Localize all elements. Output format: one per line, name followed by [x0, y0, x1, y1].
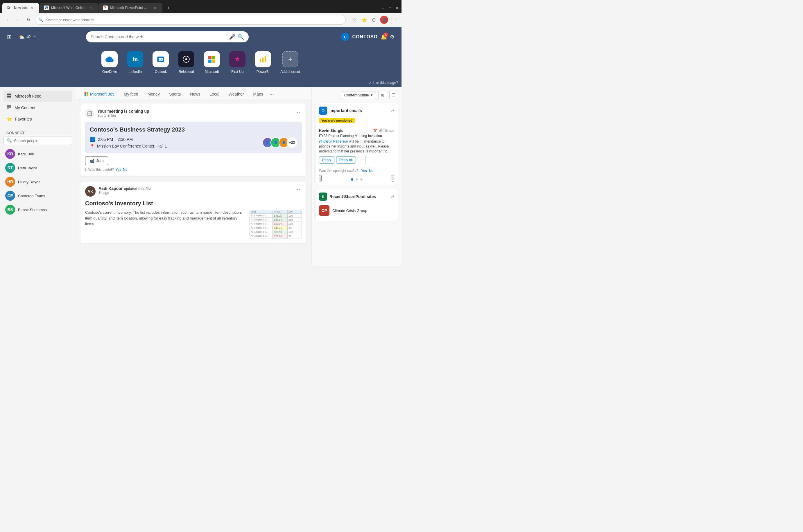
shortcut-onedrive[interactable]: OneDrive [101, 51, 118, 74]
mic-icon[interactable]: 🎤 [229, 34, 235, 40]
search-people-box[interactable]: 🔍 [3, 136, 72, 145]
new-tab-button[interactable]: + [164, 3, 173, 13]
shortcut-add[interactable]: + Add shortcut [280, 51, 300, 74]
email-time: 5h ago [384, 129, 394, 132]
url-bar[interactable]: 🔍 [35, 15, 346, 25]
person-kadji[interactable]: KB Kadji Bell [3, 148, 72, 160]
meeting-feedback: ℹ Was this useful? Yes No [85, 165, 302, 172]
email-preview: @Kristin Patterson will be in attendance… [319, 139, 394, 154]
maximize-button[interactable]: □ [388, 6, 392, 11]
back-button[interactable]: ‹ [3, 16, 12, 24]
svg-rect-11 [85, 92, 86, 94]
more-options-button[interactable]: ⋯ [390, 16, 398, 24]
account-sync-icon[interactable]: ⬡ [370, 16, 378, 24]
sidebar-item-feed[interactable]: Microsoft Feed [3, 91, 72, 102]
tab-sports[interactable]: Sports [165, 90, 185, 99]
outlook-icon: O [319, 107, 327, 115]
sidebar-item-favorites[interactable]: ⭐ Favorites [3, 114, 72, 124]
carousel-next[interactable]: › [392, 175, 394, 182]
person-babak[interactable]: BS Babak Shammas [3, 204, 72, 216]
like-image-button[interactable]: ↗ Like this image? [369, 81, 398, 85]
shortcut-linkedin[interactable]: in LinkedIn [127, 51, 143, 74]
close-window-button[interactable]: ✕ [394, 6, 399, 11]
email-expand-icon[interactable]: ↗ [391, 108, 394, 113]
sidebar-item-content[interactable]: My Content [3, 102, 72, 113]
feedback-no[interactable]: No [123, 168, 127, 172]
spotlight-no[interactable]: No [369, 169, 373, 173]
feed-more-button[interactable]: ··· [269, 91, 274, 97]
tab-word-close[interactable]: ✕ [88, 5, 93, 11]
tab-maps[interactable]: Maps [249, 90, 267, 99]
tab-money-label: Money [148, 92, 160, 96]
new-tab-page: ⊞ ⛅ 42°F 🎤 🔍 C CONTOSO 🔔 5 ⚙ [0, 27, 401, 266]
refresh-button[interactable]: ↻ [24, 16, 33, 24]
sharepoint-expand-icon[interactable]: ↗ [391, 194, 394, 199]
svg-rect-4 [260, 59, 261, 62]
notifications-button[interactable]: 🔔 5 [380, 34, 387, 40]
person-reta[interactable]: RT Reta Taylor [3, 162, 72, 174]
meeting-event-details: 🟦 2:05 PM – 2:30 PM 📍 Mission Bay Confer… [90, 136, 297, 148]
svg-rect-6 [265, 56, 266, 62]
minimize-button[interactable]: ─ [380, 6, 385, 11]
tab-word[interactable]: W Microsoft Word Online ✕ [39, 3, 98, 13]
email-panel-header: O Important emails ↗ [319, 107, 394, 115]
tab-weather[interactable]: Weather [225, 90, 248, 99]
spotlight-yes[interactable]: Yes [361, 169, 367, 173]
file-more-button[interactable]: ⋯ [297, 186, 302, 192]
reply-all-button[interactable]: Reply all [336, 156, 356, 164]
shortcut-outlook[interactable]: O Outlook [152, 51, 169, 74]
grid-view-button[interactable]: ⊞ [378, 91, 387, 99]
calendar-icon: 📅 [373, 129, 377, 133]
shortcut-powerbi[interactable]: PowerBI [255, 51, 271, 74]
person-cameron[interactable]: CE Cameron Evans [3, 190, 72, 202]
apps-grid-button[interactable]: ⊞ [7, 33, 12, 40]
like-image-text: Like this image? [373, 81, 398, 85]
temperature: 42°F [26, 34, 36, 39]
settings-button[interactable]: ⚙ [390, 34, 394, 40]
meeting-location-text: Mission Bay Conference Center, Hall 1 [97, 144, 167, 148]
url-input[interactable] [45, 18, 342, 22]
site-item-crisis[interactable]: CP Climate Crisis Group [319, 204, 394, 217]
tab-newtab[interactable]: 🗋 New tab ✕ [2, 3, 39, 13]
tab-news[interactable]: News [186, 90, 204, 99]
shortcut-firstup[interactable]: First Up [229, 51, 245, 74]
forward-button[interactable]: › [14, 16, 22, 24]
meeting-header: Your meeting is coming up Starts in 5m ⋯ [85, 109, 302, 118]
search-input[interactable] [91, 35, 226, 39]
search-submit-icon[interactable]: 🔍 [238, 34, 244, 40]
attendee-count: +23 [287, 137, 297, 148]
search-people-input[interactable] [14, 138, 69, 143]
reply-button[interactable]: Reply [319, 156, 334, 164]
favorites-icon[interactable]: ☆ [350, 16, 358, 24]
content-visible-label: Content visible [344, 93, 369, 97]
shortcut-relecloud[interactable]: Relecloud [178, 51, 194, 74]
carousel-prev[interactable]: ‹ [319, 175, 322, 182]
feed-content: Your meeting is coming up Starts in 5m ⋯… [76, 99, 312, 248]
tab-close[interactable]: ✕ [29, 5, 34, 11]
tab-ppt-close[interactable]: ✕ [152, 5, 158, 11]
tab-m365[interactable]: Microsoft 365 [80, 90, 118, 99]
list-view-button[interactable]: ☰ [389, 91, 398, 99]
tab-myfeed[interactable]: My feed [120, 90, 142, 99]
person-hillary[interactable]: HR Hillary Reyes [3, 176, 72, 188]
person-avatar-babak: BS [5, 205, 15, 215]
person-name-hillary: Hillary Reyes [18, 180, 40, 184]
meeting-more-button[interactable]: ⋯ [297, 109, 302, 115]
tab-money[interactable]: Money [144, 90, 164, 99]
site-icon-crisis: CP [319, 205, 330, 216]
shortcut-microsoft[interactable]: Microsoft [204, 51, 220, 74]
tab-ppt[interactable]: P Microsoft PowerPoint Online ✕ [98, 3, 163, 13]
content-visible-button[interactable]: Content visible ▾ [341, 91, 376, 99]
person-name-babak: Babak Shammas [18, 208, 47, 212]
search-bar[interactable]: 🎤 🔍 [86, 31, 249, 42]
collections-icon[interactable]: ⭐ [360, 16, 368, 24]
tab-local[interactable]: Local [205, 90, 223, 99]
person-name-reta: Reta Taylor [18, 166, 37, 170]
weather-widget[interactable]: ⛅ 42°F [19, 34, 36, 40]
profile-avatar[interactable]: 👤 [380, 16, 388, 24]
like-image-bar: ↗ Like this image? [0, 80, 401, 87]
email-more-button[interactable]: ⋯ [358, 156, 366, 164]
feedback-yes[interactable]: Yes [116, 168, 122, 172]
spotlight-feedback: Was this spotlight useful? Yes No [319, 169, 394, 173]
join-button[interactable]: 📹 Join [85, 156, 108, 165]
